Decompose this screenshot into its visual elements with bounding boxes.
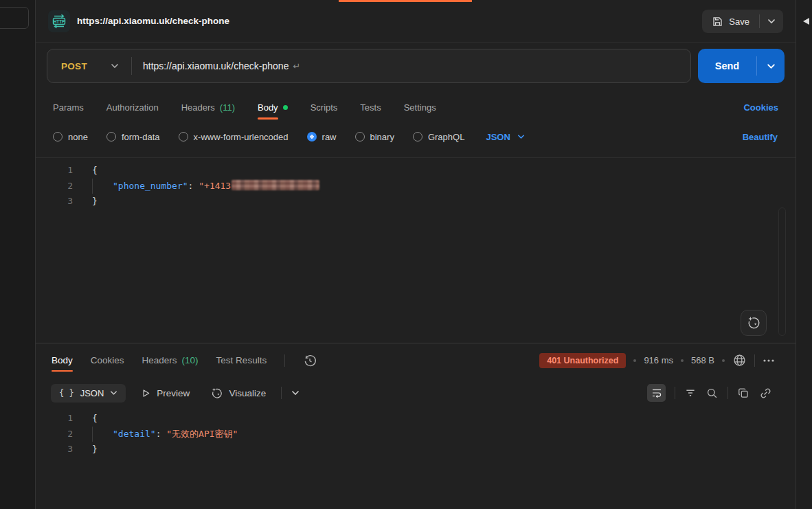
toolbar-more-chevron[interactable] [291,390,300,396]
divider [675,387,675,399]
sparkle-circle-icon [210,387,223,400]
line-number: 1 [36,163,73,179]
braces-icon: { } [59,388,74,398]
play-outline-icon [141,388,151,398]
divider [284,354,285,367]
radio-binary[interactable]: binary [355,132,394,142]
filter-button[interactable] [684,387,697,399]
response-tab-cookies[interactable]: Cookies [91,355,124,365]
response-more-options-button[interactable] [763,359,775,363]
sidebar-collapsed-item[interactable] [0,7,29,29]
response-body-editor[interactable]: 1 { 2 "detail": "无效的API密钥" 3 } [36,407,796,482]
request-body-editor[interactable]: 1 { 2 "phone_number": "+1413 3 } [36,157,796,343]
code-line: 3 } [36,442,796,457]
radio-none[interactable]: none [53,132,88,142]
word-wrap-toggle[interactable] [647,384,666,402]
copy-response-button[interactable] [737,387,750,400]
response-size[interactable]: 568 B [691,355,714,365]
radio-circle-selected [307,132,317,142]
response-tab-test-results[interactable]: Test Results [216,355,267,365]
preview-button[interactable]: Preview [135,388,195,398]
search-icon [706,387,719,400]
raw-language-selector[interactable]: JSON [486,132,524,142]
send-options-button[interactable] [757,63,785,69]
line-number: 3 [36,442,73,457]
request-workspace: HTTP https://api.xiaomu.uk/check-phone S… [36,0,796,509]
search-button[interactable] [706,387,719,400]
code-line: 1 { [36,411,796,427]
copy-icon [737,387,750,400]
right-sidebar-rail [796,0,812,509]
tab-authorization[interactable]: Authorization [106,102,159,113]
response-toolbar: { } JSON Preview Visualize [36,380,796,406]
method-label: POST [61,61,87,71]
response-format-selector[interactable]: { } JSON [51,384,126,403]
response-tab-headers[interactable]: Headers(10) [142,355,199,365]
beautify-link[interactable]: Beautify [743,126,778,147]
chevron-down-icon [291,390,300,396]
save-options-button[interactable] [760,10,783,33]
json-value: "无效的API密钥" [166,429,238,439]
save-button[interactable]: Save [702,10,783,33]
radio-circle [106,132,116,142]
divider [754,354,755,367]
share-link-button[interactable] [759,387,772,400]
request-title: https://api.xiaomu.uk/check-phone [77,16,229,26]
response-headers-count-badge: (10) [182,355,199,365]
headers-count-badge: (11) [220,102,235,113]
response-history-button[interactable] [303,354,317,367]
json-key: "detail" [113,429,156,439]
postbot-button[interactable] [741,310,767,336]
globe-icon [732,353,747,367]
line-number: 2 [36,179,73,194]
radio-graphql[interactable]: GraphQL [413,132,464,142]
chevron-down-icon [111,63,119,69]
code-line: 2 "phone_number": "+1413 [36,179,796,194]
network-info-button[interactable] [732,353,747,367]
editor-scrollbar[interactable] [778,207,786,336]
method-selector[interactable]: POST [47,61,131,71]
response-tab-body[interactable]: Body [52,355,73,365]
body-has-content-dot [283,105,288,110]
response-meta: 401 Unauthorized 916 ms 568 B [539,344,775,376]
visualize-button[interactable]: Visualize [205,387,271,400]
code-line: 3 } [36,194,796,210]
tab-settings[interactable]: Settings [404,102,436,113]
chevron-down-icon [110,390,117,396]
request-tab-bar: Params Authorization Headers(11) Body Sc… [36,95,796,120]
indent-guide [92,179,113,194]
radio-raw[interactable]: raw [307,132,337,142]
word-wrap-icon [651,387,663,399]
response-time[interactable]: 916 ms [644,355,673,365]
radio-circle [355,132,365,142]
floppy-icon [712,16,723,27]
url-input[interactable]: https://api.xiaomu.uk/check-phone↵ [143,60,300,71]
send-button[interactable]: Send [698,49,785,83]
dot-separator [633,359,636,362]
body-type-bar: none form-data x-www-form-urlencoded raw… [36,126,796,147]
redacted-phone-blur [232,180,319,190]
code-line: 1 { [36,163,796,179]
request-header: HTTP https://api.xiaomu.uk/check-phone S… [36,0,796,43]
radio-form-data[interactable]: form-data [106,132,160,142]
radio-circle [179,132,188,142]
tab-tests[interactable]: Tests [360,102,381,113]
dot-separator [681,359,684,362]
radio-x-www-form-urlencoded[interactable]: x-www-form-urlencoded [179,132,289,142]
divider [728,387,728,399]
svg-text:HTTP: HTTP [54,19,65,24]
radio-circle [53,132,63,142]
tab-body[interactable]: Body [258,102,288,113]
cookies-link[interactable]: Cookies [743,95,778,120]
tab-params[interactable]: Params [53,102,84,113]
http-protocol-icon: HTTP [48,10,70,32]
url-input-container: POST https://api.xiaomu.uk/check-phone↵ [47,49,691,83]
left-sidebar-rail [0,0,36,509]
tab-headers[interactable]: Headers(11) [181,102,235,113]
status-badge[interactable]: 401 Unauthorized [539,353,626,368]
filter-icon [684,387,697,399]
tab-scripts[interactable]: Scripts [311,102,338,113]
chevron-down-icon [517,134,525,139]
sparkle-circle-icon [746,315,761,330]
dot-separator [722,359,725,362]
